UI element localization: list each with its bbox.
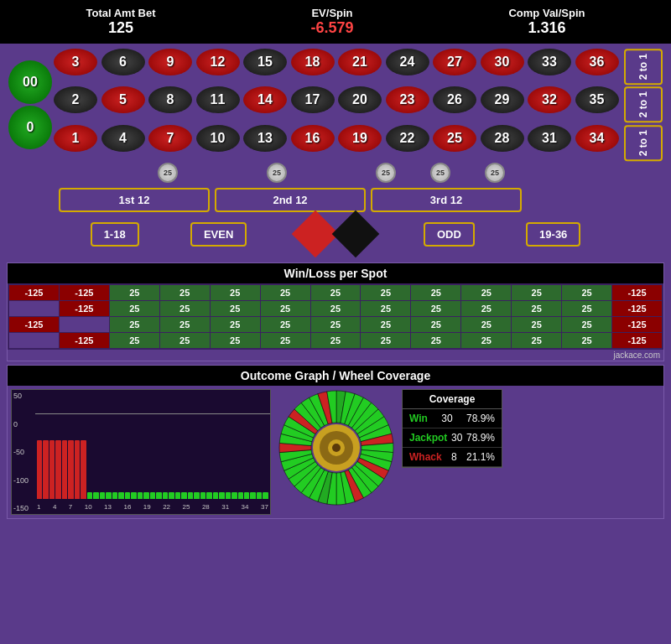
- bar-35: [257, 492, 262, 499]
- side-bet-bot[interactable]: 2 to 1: [624, 125, 663, 161]
- bottom-bets-row: 1-18 EVEN ODD 19-36: [59, 214, 612, 254]
- wl-cell-1-0: [9, 301, 59, 316]
- number-31[interactable]: 31: [528, 125, 571, 152]
- chip-3[interactable]: 25: [376, 163, 396, 183]
- number-29[interactable]: 29: [481, 86, 524, 113]
- side-bet-top[interactable]: 2 to 1: [624, 49, 663, 85]
- x-37: 37: [261, 503, 268, 511]
- bar-5: [68, 440, 73, 499]
- bar-34: [250, 492, 255, 499]
- number-6[interactable]: 6: [101, 49, 145, 75]
- bar-27: [206, 492, 211, 499]
- x-19: 19: [143, 503, 151, 511]
- bar-19: [156, 492, 161, 499]
- bet-19-36[interactable]: 19-36: [526, 222, 580, 247]
- coverage-title: Coverage: [403, 390, 502, 409]
- jackace-label: jackace.com: [8, 350, 663, 361]
- third-dozen[interactable]: 3rd 12: [371, 188, 522, 212]
- wl-cell-1-6: 25: [311, 301, 361, 316]
- x-31: 31: [221, 503, 229, 511]
- outcome-title: Outcome Graph / Wheel Coverage: [8, 366, 663, 386]
- number-1[interactable]: 1: [54, 125, 97, 152]
- comp-val-label: Comp Val/Spin: [508, 7, 585, 19]
- side-bet-mid[interactable]: 2 to 1: [624, 86, 663, 122]
- number-4[interactable]: 4: [101, 125, 145, 152]
- number-15[interactable]: 15: [243, 49, 287, 75]
- number-3[interactable]: 3: [54, 49, 97, 75]
- second-dozen[interactable]: 2nd 12: [215, 188, 366, 212]
- bet-1-18[interactable]: 1-18: [91, 222, 139, 247]
- number-30[interactable]: 30: [481, 49, 524, 75]
- number-22[interactable]: 22: [386, 125, 429, 152]
- number-27[interactable]: 27: [433, 49, 476, 75]
- number-36[interactable]: 36: [575, 49, 619, 75]
- wheel-core: [332, 444, 341, 452]
- wl-cell-0-6: 25: [311, 285, 361, 300]
- y-axis: 50 0 -50 -100 -150: [12, 390, 35, 514]
- number-19[interactable]: 19: [338, 125, 382, 152]
- number-13[interactable]: 13: [243, 125, 287, 152]
- number-33[interactable]: 33: [528, 49, 571, 75]
- wl-cell-3-5: 25: [261, 333, 310, 348]
- chip-4[interactable]: 25: [430, 163, 450, 183]
- bet-even[interactable]: EVEN: [190, 222, 247, 247]
- wl-cell-1-12: -125: [612, 301, 662, 316]
- number-5[interactable]: 5: [101, 86, 145, 113]
- wl-cell-0-12: -125: [612, 285, 662, 300]
- wl-cell-3-1: -125: [60, 333, 109, 348]
- chip-1[interactable]: 25: [158, 163, 178, 183]
- chip-5[interactable]: 25: [485, 163, 505, 183]
- wl-cell-1-9: 25: [461, 301, 511, 316]
- number-26[interactable]: 26: [433, 86, 476, 113]
- number-12[interactable]: 12: [196, 49, 240, 75]
- bar-12: [112, 492, 117, 499]
- wl-cell-3-9: 25: [461, 333, 511, 348]
- bar-8: [87, 492, 92, 499]
- number-17[interactable]: 17: [291, 86, 335, 113]
- x-16: 16: [123, 503, 131, 511]
- number-2[interactable]: 2: [54, 86, 97, 113]
- number-35[interactable]: 35: [575, 86, 619, 113]
- wl-cell-0-4: 25: [211, 285, 260, 300]
- number-18[interactable]: 18: [291, 49, 335, 75]
- x-4: 4: [53, 503, 56, 511]
- bar-2: [49, 440, 55, 499]
- number-16[interactable]: 16: [291, 125, 335, 152]
- double-zero[interactable]: 00: [8, 60, 52, 104]
- wl-cell-2-12: -125: [612, 317, 662, 332]
- number-10[interactable]: 10: [196, 125, 240, 152]
- bet-odd[interactable]: ODD: [424, 222, 475, 247]
- wl-cell-2-8: 25: [411, 317, 460, 332]
- number-32[interactable]: 32: [528, 86, 571, 113]
- number-34[interactable]: 34: [575, 125, 619, 152]
- first-dozen[interactable]: 1st 12: [59, 188, 210, 212]
- bar-31: [231, 492, 237, 499]
- bar-10: [100, 492, 105, 499]
- comp-val-value: 1.316: [508, 19, 585, 37]
- dozen-row: 1st 12 2nd 12 3rd 12: [59, 188, 612, 212]
- bar-25: [194, 492, 199, 499]
- number-20[interactable]: 20: [338, 86, 382, 113]
- x-10: 10: [85, 503, 92, 511]
- number-24[interactable]: 24: [386, 49, 429, 75]
- wl-cell-3-0: [9, 333, 59, 348]
- chip-2[interactable]: 25: [267, 163, 287, 183]
- number-14[interactable]: 14: [243, 86, 287, 113]
- black-diamond[interactable]: [331, 210, 379, 258]
- number-11[interactable]: 11: [196, 86, 240, 113]
- wl-cell-1-11: 25: [562, 301, 611, 316]
- number-23[interactable]: 23: [386, 86, 429, 113]
- wl-cell-2-10: 25: [512, 317, 561, 332]
- number-7[interactable]: 7: [148, 125, 192, 152]
- bar-18: [150, 492, 155, 499]
- number-9[interactable]: 9: [148, 49, 192, 75]
- coverage-win-row: Win 30 78.9%: [403, 409, 502, 428]
- number-25[interactable]: 25: [433, 125, 476, 152]
- number-21[interactable]: 21: [338, 49, 382, 75]
- single-zero[interactable]: 0: [8, 106, 52, 149]
- wl-cell-0-7: 25: [361, 285, 410, 300]
- number-8[interactable]: 8: [148, 86, 192, 113]
- number-28[interactable]: 28: [481, 125, 524, 152]
- number-grid: 3691215182124273033362581114172023262932…: [54, 49, 621, 161]
- zero-column: 00 0: [8, 49, 52, 161]
